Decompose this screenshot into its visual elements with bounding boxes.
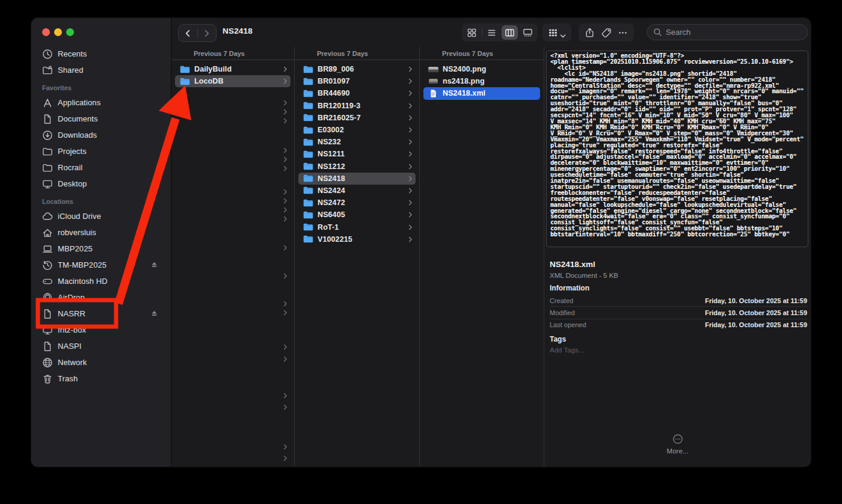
item-label: BR01097 <box>318 77 350 85</box>
tag-icon[interactable] <box>601 28 612 38</box>
sidebar-item-shared[interactable]: Shared <box>37 62 166 78</box>
folder-row-br44690[interactable]: BR44690 <box>298 87 416 99</box>
search-icon <box>653 28 662 37</box>
folder-row-rot-1[interactable]: RoT-1 <box>298 221 416 233</box>
sidebar-item-label: Recents <box>58 49 87 58</box>
folder-blue-icon <box>180 77 190 86</box>
ghost-chevron-icon <box>283 356 287 362</box>
folder-row-br89-006[interactable]: BR89_006 <box>298 63 416 75</box>
sidebar-item-label: Shared <box>58 66 84 75</box>
item-label: E03002 <box>318 126 344 134</box>
chevron-icon <box>408 224 413 230</box>
folder-blue-icon <box>303 113 313 122</box>
minimize-button[interactable] <box>54 28 62 36</box>
more-label: More... <box>667 447 689 455</box>
folder-row-br01097[interactable]: BR01097 <box>298 75 416 87</box>
sidebar-item-icloud-drive[interactable]: iCloud Drive <box>37 208 166 224</box>
sidebar-item-tm-mbp2025[interactable]: TM-MBP2025 <box>37 257 166 273</box>
file-row-ns2418-png[interactable]: ns2418.png <box>423 75 540 87</box>
ghost-chevron-icon <box>283 207 287 213</box>
view-mode-gallery[interactable] <box>520 25 536 40</box>
folder-blue-icon <box>303 162 313 171</box>
sidebar-item-label: Documents <box>58 114 98 123</box>
folder-row-dailybuild[interactable]: DailyBuild <box>175 63 290 75</box>
trash-icon <box>42 373 53 384</box>
folder-row-ns1211[interactable]: NS1211 <box>298 148 416 160</box>
image-thumb-icon <box>428 65 438 74</box>
ghost-chevron-icon <box>283 147 287 153</box>
sidebar-item-naspi[interactable]: NASPI <box>37 338 166 354</box>
folder-blue-icon <box>303 126 313 135</box>
ghost-chevron-icon <box>283 109 287 115</box>
ghost-chevron-icon <box>283 165 287 171</box>
ghost-chevron-icon <box>283 189 287 195</box>
file-preview-thumbnail[interactable]: <?xml version="1.0" encoding="UTF-8"?> <… <box>546 51 808 247</box>
add-tags-field[interactable]: Add Tags... <box>550 346 584 354</box>
information-header: Information <box>550 284 589 292</box>
view-mode-list[interactable] <box>484 25 500 40</box>
share-icon[interactable] <box>585 28 595 38</box>
folder-row-v1002215[interactable]: V1002215 <box>298 233 416 245</box>
folder-row-ns2418[interactable]: NS2418 <box>298 173 416 185</box>
folder-row-ns2472[interactable]: NS2472 <box>298 197 416 209</box>
sidebar-item-airdrop[interactable]: AirDrop <box>37 289 166 306</box>
item-label: LocoDB <box>194 77 224 85</box>
sidebar-item-robversluis[interactable]: robversluis <box>37 224 166 241</box>
back-button[interactable] <box>183 28 193 38</box>
sidebar-item-label: MBP2025 <box>58 244 93 253</box>
item-label: NS2472 <box>318 198 345 207</box>
column-group-header: Previous 7 Days <box>295 47 419 60</box>
forward-button[interactable] <box>201 28 212 38</box>
folder-row-ns6405[interactable]: NS6405 <box>298 209 416 221</box>
eject-icon[interactable] <box>150 309 159 318</box>
file-row-ns2418-xml[interactable]: NS2418.xml <box>423 87 540 99</box>
more-info-button[interactable]: More... <box>544 434 811 455</box>
sidebar-item-documents[interactable]: Documents <box>37 111 166 127</box>
more-actions-icon[interactable] <box>618 28 628 38</box>
info-row-created: CreatedFriday, 10. October 2025 at 11:59 <box>550 295 807 307</box>
sidebar-item-trash[interactable]: Trash <box>37 370 166 387</box>
view-mode-columns[interactable] <box>502 25 518 40</box>
sidebar-item-applications[interactable]: Applications <box>37 94 166 111</box>
ghost-chevron-icon <box>283 273 287 279</box>
eject-icon[interactable] <box>150 260 159 269</box>
chevron-icon <box>408 115 413 121</box>
folder-row-ns232[interactable]: NS232 <box>298 136 416 148</box>
group-by-button[interactable] <box>542 23 571 41</box>
sidebar-item-macintosh-hd[interactable]: Macintosh HD <box>37 273 166 289</box>
view-mode-grid[interactable] <box>464 25 480 40</box>
chevron-icon <box>283 66 287 72</box>
folder-row-ns1212[interactable]: NS1212 <box>298 161 416 173</box>
zoom-button[interactable] <box>66 28 74 36</box>
sidebar-item-label: Projects <box>58 147 87 156</box>
file-row-ns2400-png[interactable]: NS2400.png <box>423 63 540 75</box>
information-rows: CreatedFriday, 10. October 2025 at 11:59… <box>550 295 807 331</box>
sidebar-item-rocrail[interactable]: Rocrail <box>37 159 166 176</box>
sidebar-item-desktop[interactable]: Desktop <box>37 176 166 192</box>
chevron-icon <box>408 78 413 84</box>
info-label: Created <box>550 297 573 304</box>
sidebar-item-fritz-box[interactable]: fritz-box <box>37 322 166 338</box>
column-1: Previous 7 Days DailyBuildLocoDB <box>171 47 295 467</box>
folder-outline-icon <box>42 146 53 157</box>
folder-row-locodb[interactable]: LocoDB <box>175 75 290 87</box>
folder-row-br216025-7[interactable]: BR216025-7 <box>298 112 416 124</box>
column-1-list: DailyBuildLocoDB <box>171 60 294 87</box>
info-row-last-opened: Last openedFriday, 10. October 2025 at 1… <box>550 319 807 331</box>
clock-icon <box>42 49 53 60</box>
sidebar-item-nasrr[interactable]: NASRR <box>37 306 166 322</box>
sidebar-item-projects[interactable]: Projects <box>37 143 166 159</box>
ghost-chevron-icon <box>283 404 287 410</box>
close-button[interactable] <box>42 28 50 36</box>
nav-buttons <box>178 24 217 42</box>
sidebar-item-recents[interactable]: Recents <box>37 46 166 62</box>
sidebar-item-mbp2025[interactable]: MBP2025 <box>37 241 166 257</box>
folder-row-e03002[interactable]: E03002 <box>298 124 416 136</box>
folder-row-br120119-3[interactable]: BR120119-3 <box>298 100 416 112</box>
folder-row-ns2424[interactable]: NS2424 <box>298 185 416 197</box>
search-input[interactable]: Search <box>647 24 808 40</box>
sidebar-item-downloads[interactable]: Downloads <box>37 127 166 143</box>
xml-preview-text: <?xml version="1.0" encoding="UTF-8"?> <… <box>550 53 804 238</box>
sidebar-item-network[interactable]: Network <box>37 354 166 370</box>
item-label: NS2424 <box>318 186 345 195</box>
